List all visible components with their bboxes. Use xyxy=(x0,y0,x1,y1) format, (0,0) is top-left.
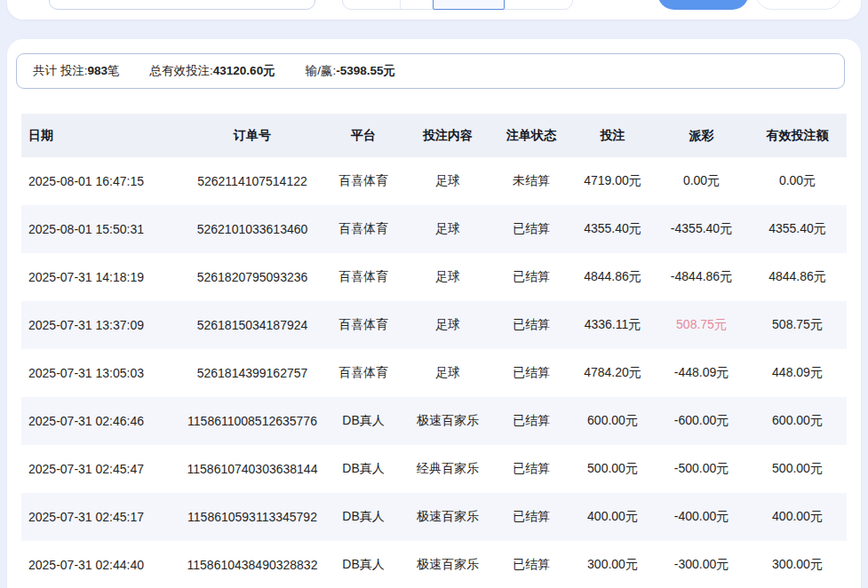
segment-option-2[interactable] xyxy=(401,0,434,9)
table-row: 2025-07-31 13:37:09 5261815034187924 百喜体… xyxy=(21,301,847,349)
cell-date: 2025-08-01 16:47:15 xyxy=(21,174,181,188)
cell-order-number: 5261814399162757 xyxy=(181,366,323,380)
table-row: 2025-08-01 16:47:15 5262114107514122 百喜体… xyxy=(21,157,847,205)
cell-payout: -600.00元 xyxy=(655,413,748,429)
table-row: 2025-07-31 02:45:17 1158610593113345792 … xyxy=(21,493,847,541)
cell-valid-amount: 400.00元 xyxy=(748,509,847,525)
summary-bets-label: 投注: xyxy=(60,64,88,77)
cell-order-number: 1158610438490328832 xyxy=(181,558,323,572)
cell-status: 已结算 xyxy=(492,269,570,285)
cell-bet-content: 足球 xyxy=(403,173,492,189)
toolbar-card xyxy=(7,0,861,20)
cell-bet-content: 足球 xyxy=(403,365,492,381)
table-row: 2025-07-31 02:45:47 1158610740303638144 … xyxy=(21,445,847,493)
cell-date: 2025-07-31 02:45:47 xyxy=(21,462,181,476)
cell-status: 已结算 xyxy=(492,509,570,525)
cell-platform: DB真人 xyxy=(323,509,403,525)
cell-bet-content: 经典百家乐 xyxy=(403,461,492,477)
cell-date: 2025-07-31 14:18:19 xyxy=(21,270,181,284)
cell-bet-content: 极速百家乐 xyxy=(403,509,492,525)
cell-bet-content: 极速百家乐 xyxy=(403,557,492,573)
cell-date: 2025-07-31 13:05:03 xyxy=(21,366,181,380)
table-header-row: 日期 订单号 平台 投注内容 注单状态 投注 派彩 有效投注额 xyxy=(21,114,847,157)
cell-valid-amount: 4355.40元 xyxy=(748,221,847,237)
cell-platform: 百喜体育 xyxy=(323,221,403,237)
cell-bet-amount: 600.00元 xyxy=(570,413,655,429)
cell-order-number: 5262114107514122 xyxy=(181,174,323,188)
cell-bet-amount: 4336.11元 xyxy=(570,317,655,333)
reset-button[interactable] xyxy=(755,0,842,10)
cell-valid-amount: 600.00元 xyxy=(748,413,847,429)
cell-status: 已结算 xyxy=(492,365,570,381)
col-header-order: 订单号 xyxy=(181,128,323,144)
cell-date: 2025-07-31 13:37:09 xyxy=(21,318,181,332)
summary-total-label: 共计 xyxy=(33,64,57,77)
cell-status: 已结算 xyxy=(492,557,570,573)
segment-option-3-selected[interactable] xyxy=(433,0,505,10)
cell-bet-amount: 300.00元 xyxy=(570,557,655,573)
cell-payout: -400.00元 xyxy=(655,509,748,525)
cell-order-number: 1158610740303638144 xyxy=(181,462,323,476)
cell-status: 未结算 xyxy=(492,173,570,189)
cell-date: 2025-07-31 02:45:17 xyxy=(21,510,181,524)
table-row: 2025-07-31 14:18:19 5261820795093236 百喜体… xyxy=(21,253,847,301)
bet-records-table: 日期 订单号 平台 投注内容 注单状态 投注 派彩 有效投注额 2025-08-… xyxy=(7,114,861,588)
table-row: 2025-07-31 13:05:03 5261814399162757 百喜体… xyxy=(21,349,847,397)
summary-winloss-label: 输/赢: xyxy=(306,64,337,77)
cell-bet-amount: 400.00元 xyxy=(570,509,655,525)
cell-platform: 百喜体育 xyxy=(323,269,403,285)
cell-payout: -4355.40元 xyxy=(655,221,748,237)
summary-bet-count: 共计 投注:983笔 xyxy=(33,63,120,79)
cell-valid-amount: 508.75元 xyxy=(748,317,847,333)
table-row: 2025-07-31 02:46:46 1158611008512635776 … xyxy=(21,397,847,445)
summary-valid-value: 43120.60元 xyxy=(213,64,275,77)
cell-valid-amount: 300.00元 xyxy=(748,557,847,573)
table-row: 2025-07-31 02:44:40 1158610438490328832 … xyxy=(21,541,847,588)
search-button[interactable] xyxy=(657,0,749,10)
cell-valid-amount: 0.00元 xyxy=(748,173,847,189)
cell-bet-content: 足球 xyxy=(403,221,492,237)
cell-date: 2025-07-31 02:44:40 xyxy=(21,558,181,572)
summary-bets-value: 983 xyxy=(88,64,108,77)
cell-payout: -4844.86元 xyxy=(655,269,748,285)
segment-option-1[interactable] xyxy=(343,0,401,9)
cell-payout: -300.00元 xyxy=(655,557,748,573)
cell-payout: 0.00元 xyxy=(655,173,748,189)
search-input[interactable] xyxy=(49,0,315,10)
segment-option-4[interactable] xyxy=(505,0,572,9)
cell-status: 已结算 xyxy=(492,317,570,333)
date-range-segmented-control xyxy=(342,0,573,10)
summary-valid-bets: 总有效投注:43120.60元 xyxy=(150,63,275,79)
col-header-content: 投注内容 xyxy=(403,128,492,144)
cell-platform: 百喜体育 xyxy=(323,365,403,381)
col-header-valid: 有效投注额 xyxy=(748,128,847,144)
cell-order-number: 5261820795093236 xyxy=(181,270,323,284)
cell-status: 已结算 xyxy=(492,221,570,237)
col-header-platform: 平台 xyxy=(323,128,403,144)
cell-bet-amount: 4719.00元 xyxy=(570,173,655,189)
summary-winloss-value: -5398.55元 xyxy=(336,64,395,77)
records-card: 共计 投注:983笔 总有效投注:43120.60元 输/赢:-5398.55元… xyxy=(7,39,861,588)
cell-platform: 百喜体育 xyxy=(323,317,403,333)
cell-bet-content: 足球 xyxy=(403,269,492,285)
cell-order-number: 1158611008512635776 xyxy=(181,414,323,428)
summary-bar: 共计 投注:983笔 总有效投注:43120.60元 输/赢:-5398.55元 xyxy=(16,53,845,89)
cell-valid-amount: 448.09元 xyxy=(748,365,847,381)
summary-winloss: 输/赢:-5398.55元 xyxy=(306,63,395,79)
col-header-status: 注单状态 xyxy=(492,128,570,144)
cell-bet-amount: 4844.86元 xyxy=(570,269,655,285)
cell-platform: 百喜体育 xyxy=(323,173,403,189)
cell-order-number: 1158610593113345792 xyxy=(181,510,323,524)
cell-date: 2025-07-31 02:46:46 xyxy=(21,414,181,428)
cell-bet-amount: 4355.40元 xyxy=(570,221,655,237)
cell-bet-amount: 4784.20元 xyxy=(570,365,655,381)
cell-bet-content: 极速百家乐 xyxy=(403,413,492,429)
cell-platform: DB真人 xyxy=(323,461,403,477)
cell-payout: -448.09元 xyxy=(655,365,748,381)
cell-platform: DB真人 xyxy=(323,413,403,429)
cell-payout: -500.00元 xyxy=(655,461,748,477)
cell-status: 已结算 xyxy=(492,413,570,429)
cell-order-number: 5261815034187924 xyxy=(181,318,323,332)
cell-bet-amount: 500.00元 xyxy=(570,461,655,477)
col-header-payout: 派彩 xyxy=(655,128,748,144)
